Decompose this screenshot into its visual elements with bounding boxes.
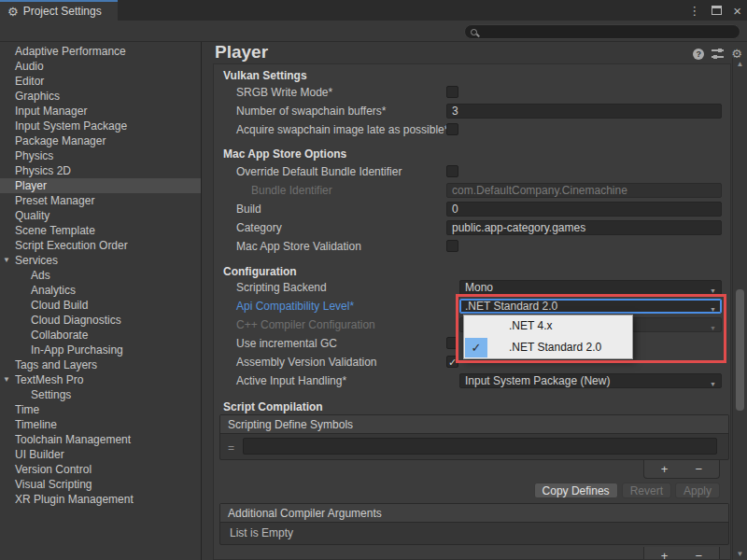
sidebar-item-input-manager[interactable]: Input Manager bbox=[0, 104, 201, 119]
add-button[interactable]: + bbox=[651, 462, 679, 476]
api-compatibility-dropdown[interactable]: .NET Standard 2.0▼ bbox=[459, 299, 722, 314]
row-bundle-identifier: Bundle Identifier com.DefaultCompany.Cin… bbox=[214, 182, 730, 199]
define-symbols-actions: Copy Defines Revert Apply bbox=[534, 483, 720, 498]
sidebar-item-collaborate[interactable]: Collaborate bbox=[0, 328, 201, 343]
section-header-configuration: Configuration bbox=[223, 265, 297, 278]
sidebar-item-ui-builder[interactable]: UI Builder bbox=[0, 447, 201, 462]
sidebar-item-label: Adaptive Performance bbox=[15, 45, 126, 58]
sidebar-item-cloud-build[interactable]: Cloud Build bbox=[0, 298, 201, 313]
remove-button[interactable]: − bbox=[684, 462, 712, 476]
sidebar-item-editor[interactable]: Editor bbox=[0, 74, 201, 89]
foldout-icon[interactable]: ▼ bbox=[3, 372, 10, 387]
sidebar-item-label: TextMesh Pro bbox=[15, 373, 83, 386]
sidebar-item-services[interactable]: ▼Services bbox=[0, 253, 201, 268]
foldout-icon[interactable]: ▼ bbox=[3, 253, 10, 268]
compiler-arguments-header: Additional Compiler Arguments bbox=[220, 504, 728, 523]
chevron-down-icon: ▼ bbox=[710, 303, 716, 316]
close-icon[interactable]: × bbox=[733, 4, 741, 18]
empty-list-label: List is Empty bbox=[220, 523, 728, 544]
help-icon[interactable]: ? bbox=[693, 49, 704, 60]
add-button[interactable]: + bbox=[651, 549, 679, 560]
search-icon bbox=[471, 29, 477, 35]
scrollbar-thumb[interactable] bbox=[736, 289, 744, 411]
srgb-write-mode-checkbox[interactable] bbox=[446, 86, 458, 98]
maximize-icon[interactable] bbox=[712, 6, 722, 15]
sidebar-item-analytics[interactable]: Analytics bbox=[0, 283, 201, 298]
popup-option-netstandard20[interactable]: ✓.NET Standard 2.0 bbox=[464, 337, 632, 358]
sidebar-item-package-manager[interactable]: Package Manager bbox=[0, 133, 201, 148]
sidebar: Adaptive PerformanceAudioEditorGraphicsI… bbox=[0, 42, 202, 560]
sidebar-item-in-app-purchasing[interactable]: In-App Purchasing bbox=[0, 343, 201, 357]
sidebar-item-toolchain-management[interactable]: Toolchain Management bbox=[0, 432, 201, 447]
sidebar-item-label: Input Manager bbox=[15, 105, 87, 118]
compiler-arguments-box: Additional Compiler Arguments List is Em… bbox=[219, 503, 729, 545]
settings-panel: Vulkan Settings SRGB Write Mode* Number … bbox=[213, 63, 731, 560]
sidebar-item-script-execution-order[interactable]: Script Execution Order bbox=[0, 238, 201, 253]
swapchain-buffers-field[interactable]: 3 bbox=[446, 104, 722, 119]
sidebar-item-tags-and-layers[interactable]: Tags and Layers bbox=[0, 357, 201, 372]
override-bundle-checkbox[interactable] bbox=[446, 165, 458, 177]
sidebar-item-label: Preset Manager bbox=[15, 194, 94, 207]
row-override-bundle: Override Default Bundle Identifier bbox=[214, 163, 730, 180]
mac-validation-checkbox[interactable] bbox=[446, 240, 458, 252]
sidebar-item-cloud-diagnostics[interactable]: Cloud Diagnostics bbox=[0, 313, 201, 328]
sidebar-item-visual-scripting[interactable]: Visual Scripting bbox=[0, 477, 201, 492]
vertical-scrollbar[interactable]: ▲ ▼ bbox=[732, 58, 747, 560]
remove-button[interactable]: − bbox=[684, 549, 712, 560]
section-header-vulkan: Vulkan Settings bbox=[223, 69, 307, 82]
sidebar-item-settings[interactable]: Settings bbox=[0, 387, 201, 402]
scripting-backend-dropdown[interactable]: Mono▼ bbox=[459, 280, 722, 295]
compiler-arguments-list-controls: + − bbox=[643, 547, 720, 560]
category-field[interactable]: public.app-category.games bbox=[446, 220, 722, 235]
tab-project-settings[interactable]: ⚙ Project Settings bbox=[0, 0, 118, 21]
scroll-down-icon[interactable]: ▼ bbox=[733, 550, 747, 558]
acquire-swapchain-checkbox[interactable] bbox=[446, 123, 458, 135]
section-header-script-compilation: Script Compilation bbox=[223, 400, 323, 413]
sidebar-item-label: Physics 2D bbox=[15, 164, 71, 177]
toolbar bbox=[0, 21, 747, 42]
sidebar-item-player[interactable]: Player bbox=[0, 178, 201, 193]
sidebar-item-preset-manager[interactable]: Preset Manager bbox=[0, 193, 201, 208]
sidebar-item-ads[interactable]: Ads bbox=[0, 268, 201, 283]
sidebar-item-label: Timeline bbox=[15, 418, 57, 431]
sidebar-item-input-system-package[interactable]: Input System Package bbox=[0, 119, 201, 133]
sidebar-item-time[interactable]: Time bbox=[0, 402, 201, 417]
sidebar-item-label: Physics bbox=[15, 149, 53, 162]
drag-handle-icon[interactable]: = bbox=[228, 441, 234, 455]
sidebar-item-label: Settings bbox=[31, 388, 71, 401]
sidebar-item-timeline[interactable]: Timeline bbox=[0, 417, 201, 432]
sidebar-item-label: Cloud Diagnostics bbox=[31, 314, 121, 327]
copy-defines-button[interactable]: Copy Defines bbox=[534, 483, 618, 498]
window-tab-bar: ⚙ Project Settings ⋮ × bbox=[0, 0, 747, 21]
sidebar-item-physics[interactable]: Physics bbox=[0, 148, 201, 163]
row-swapchain-buffers: Number of swapchain buffers* 3 bbox=[214, 103, 730, 119]
search-input[interactable] bbox=[464, 24, 740, 39]
sidebar-item-graphics[interactable]: Graphics bbox=[0, 89, 201, 104]
sidebar-item-label: Scene Template bbox=[15, 224, 95, 237]
define-symbol-field[interactable] bbox=[243, 438, 717, 455]
sidebar-item-adaptive-performance[interactable]: Adaptive Performance bbox=[0, 44, 201, 59]
popup-option-net4x[interactable]: .NET 4.x bbox=[464, 315, 632, 337]
sidebar-item-physics-2d[interactable]: Physics 2D bbox=[0, 163, 201, 178]
sidebar-item-label: Cloud Build bbox=[31, 299, 88, 312]
window-menu-icon[interactable]: ⋮ bbox=[688, 4, 700, 18]
sidebar-item-textmesh-pro[interactable]: ▼TextMesh Pro bbox=[0, 372, 201, 387]
chevron-down-icon: ▼ bbox=[710, 378, 716, 391]
sidebar-item-label: Input System Package bbox=[15, 119, 127, 133]
revert-button: Revert bbox=[622, 483, 671, 498]
define-symbols-list-controls: + − bbox=[643, 460, 720, 479]
sidebar-item-quality[interactable]: Quality bbox=[0, 208, 201, 223]
presets-icon[interactable] bbox=[712, 49, 724, 59]
scroll-up-icon[interactable]: ▲ bbox=[733, 60, 747, 68]
assembly-validation-checkbox[interactable]: ✓ bbox=[446, 356, 458, 368]
sidebar-item-scene-template[interactable]: Scene Template bbox=[0, 223, 201, 238]
active-input-dropdown[interactable]: Input System Package (New)▼ bbox=[459, 373, 722, 388]
sidebar-item-version-control[interactable]: Version Control bbox=[0, 462, 201, 477]
sidebar-item-label: Analytics bbox=[31, 284, 76, 297]
sidebar-item-label: Toolchain Management bbox=[15, 433, 131, 446]
sidebar-item-xr-plugin-management[interactable]: XR Plugin Management bbox=[0, 492, 201, 507]
sidebar-item-audio[interactable]: Audio bbox=[0, 59, 201, 74]
incremental-gc-checkbox[interactable] bbox=[446, 337, 458, 349]
sidebar-item-label: Time bbox=[15, 403, 39, 416]
build-field[interactable]: 0 bbox=[446, 202, 722, 217]
